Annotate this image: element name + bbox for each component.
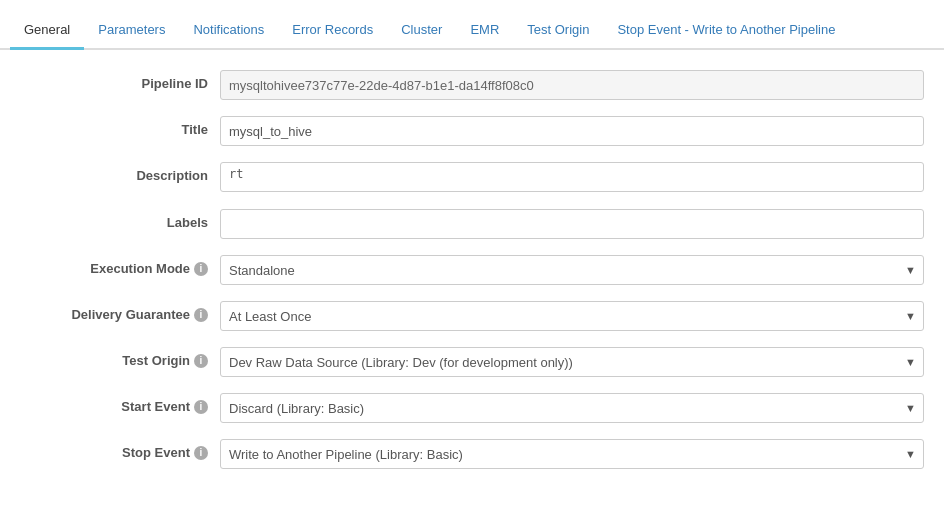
tab-bar: General Parameters Notifications Error R… <box>0 0 944 50</box>
description-input[interactable] <box>220 162 924 192</box>
start-event-select-wrap: Discard (Library: Basic) Send Record to … <box>220 393 924 423</box>
start-event-row: Start Event i Discard (Library: Basic) S… <box>0 393 944 425</box>
pipeline-id-wrap <box>220 70 944 100</box>
delivery-guarantee-select-wrap: At Least Once At Most Once ▼ <box>220 301 924 331</box>
tab-test-origin[interactable]: Test Origin <box>513 12 603 50</box>
title-label: Title <box>0 116 220 137</box>
test-origin-info-icon[interactable]: i <box>194 354 208 368</box>
description-label: Description <box>0 162 220 183</box>
execution-mode-info-icon[interactable]: i <box>194 262 208 276</box>
delivery-guarantee-row: Delivery Guarantee i At Least Once At Mo… <box>0 301 944 333</box>
stop-event-wrap: Write to Another Pipeline (Library: Basi… <box>220 439 944 469</box>
tab-emr[interactable]: EMR <box>456 12 513 50</box>
labels-row: Labels <box>0 209 944 241</box>
delivery-guarantee-label: Delivery Guarantee i <box>0 301 220 322</box>
stop-event-label: Stop Event i <box>0 439 220 460</box>
title-input[interactable] <box>220 116 924 146</box>
delivery-guarantee-wrap: At Least Once At Most Once ▼ <box>220 301 944 331</box>
stop-event-select[interactable]: Write to Another Pipeline (Library: Basi… <box>220 439 924 469</box>
start-event-info-icon[interactable]: i <box>194 400 208 414</box>
description-wrap <box>220 162 944 195</box>
tab-cluster[interactable]: Cluster <box>387 12 456 50</box>
stop-event-info-icon[interactable]: i <box>194 446 208 460</box>
pipeline-id-label: Pipeline ID <box>0 70 220 91</box>
execution-mode-row: Execution Mode i Standalone Cluster Batc… <box>0 255 944 287</box>
test-origin-label: Test Origin i <box>0 347 220 368</box>
test-origin-select[interactable]: Dev Raw Data Source (Library: Dev (for d… <box>220 347 924 377</box>
pipeline-id-input[interactable] <box>220 70 924 100</box>
execution-mode-wrap: Standalone Cluster Batch Cluster Yarn St… <box>220 255 944 285</box>
pipeline-id-row: Pipeline ID <box>0 70 944 102</box>
tab-parameters[interactable]: Parameters <box>84 12 179 50</box>
start-event-label: Start Event i <box>0 393 220 414</box>
test-origin-select-wrap: Dev Raw Data Source (Library: Dev (for d… <box>220 347 924 377</box>
execution-mode-select[interactable]: Standalone Cluster Batch Cluster Yarn St… <box>220 255 924 285</box>
stop-event-select-wrap: Write to Another Pipeline (Library: Basi… <box>220 439 924 469</box>
delivery-guarantee-info-icon[interactable]: i <box>194 308 208 322</box>
general-form: Pipeline ID Title Description Labels <box>0 50 944 505</box>
stop-event-row: Stop Event i Write to Another Pipeline (… <box>0 439 944 471</box>
test-origin-wrap: Dev Raw Data Source (Library: Dev (for d… <box>220 347 944 377</box>
labels-label: Labels <box>0 209 220 230</box>
start-event-wrap: Discard (Library: Basic) Send Record to … <box>220 393 944 423</box>
labels-wrap <box>220 209 944 239</box>
execution-mode-label: Execution Mode i <box>0 255 220 276</box>
delivery-guarantee-select[interactable]: At Least Once At Most Once <box>220 301 924 331</box>
description-row: Description <box>0 162 944 195</box>
title-row: Title <box>0 116 944 148</box>
tab-stop-event[interactable]: Stop Event - Write to Another Pipeline <box>603 12 849 50</box>
title-wrap <box>220 116 944 146</box>
start-event-select[interactable]: Discard (Library: Basic) Send Record to … <box>220 393 924 423</box>
labels-input[interactable] <box>220 209 924 239</box>
tab-notifications[interactable]: Notifications <box>179 12 278 50</box>
test-origin-row: Test Origin i Dev Raw Data Source (Libra… <box>0 347 944 379</box>
tab-error-records[interactable]: Error Records <box>278 12 387 50</box>
tab-general[interactable]: General <box>10 12 84 50</box>
execution-mode-select-wrap: Standalone Cluster Batch Cluster Yarn St… <box>220 255 924 285</box>
